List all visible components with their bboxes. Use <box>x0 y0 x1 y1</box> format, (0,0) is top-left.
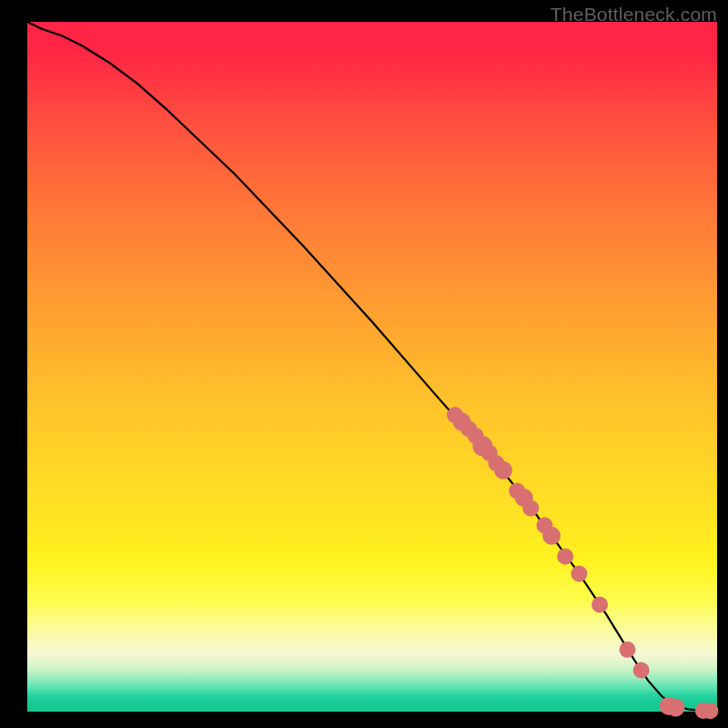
data-point-marker <box>542 527 561 545</box>
chart-frame: TheBottleneck.com <box>0 0 728 728</box>
data-point-marker <box>620 642 636 658</box>
data-point-marker <box>557 549 573 565</box>
data-point-marker <box>667 699 685 717</box>
data-point-marker <box>494 461 512 480</box>
data-point-marker <box>633 662 650 679</box>
marker-group <box>447 407 718 719</box>
data-point-marker <box>522 500 539 516</box>
data-point-marker <box>592 597 608 613</box>
curve-svg <box>27 22 717 712</box>
data-point-marker <box>702 703 718 719</box>
bottleneck-curve <box>27 22 717 711</box>
plot-area <box>27 22 717 712</box>
data-point-marker <box>571 565 587 581</box>
